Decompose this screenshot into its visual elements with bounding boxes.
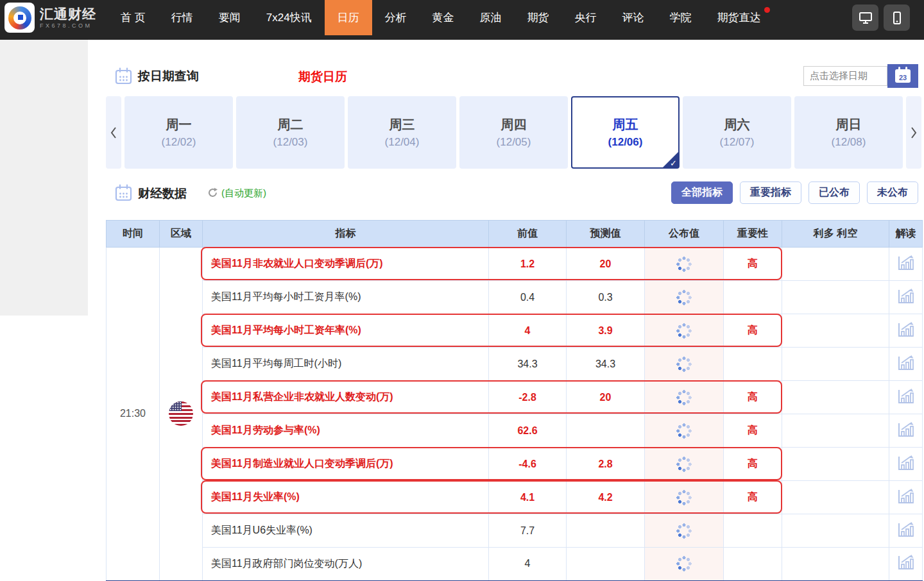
nav-item[interactable]: 要闻 [206, 0, 253, 35]
nav-item[interactable]: 首 页 [108, 0, 158, 35]
nav-item[interactable]: 央行 [562, 0, 610, 35]
week-day-tab[interactable]: 周一 (12/02) ✓ [124, 96, 233, 169]
week-day-tab[interactable]: 周四 (12/05) ✓ [459, 96, 568, 169]
nav-item[interactable]: 学院 [657, 0, 705, 35]
time-cell: 21:30 [107, 248, 160, 581]
interpret-chart-icon[interactable] [897, 488, 915, 505]
nav-item-label: 黄金 [432, 12, 454, 24]
week-day-label: 周二 [278, 115, 304, 134]
bull-bear-cell [782, 348, 889, 381]
week-day-tab[interactable]: 周六 (12/07) ✓ [683, 96, 791, 169]
nav-item[interactable]: 原油 [467, 0, 515, 35]
week-day-label: 周五 [613, 115, 638, 134]
forecast-value [567, 414, 645, 448]
importance-value: 高 [724, 481, 782, 514]
week-day-date: (12/05) [497, 134, 531, 151]
interpret-chart-icon[interactable] [897, 521, 915, 538]
week-day-label: 周一 [166, 115, 192, 134]
week-day-tab[interactable]: 周日 (12/08) ✓ [794, 96, 903, 169]
nav-item[interactable]: 期货直达 [705, 0, 774, 35]
indicator-label: 美国11月制造业就业人口变动季调后(万) [211, 458, 393, 469]
indicator-label: 美国11月平均每周工时(小时) [211, 358, 341, 369]
filter-button[interactable]: 未公布 [867, 181, 918, 204]
bull-bear-cell [782, 514, 889, 548]
interpret-chart-icon[interactable] [897, 388, 915, 405]
table-row: 美国11月U6失业率(%) 7.7 [107, 514, 923, 548]
importance-value [724, 348, 782, 381]
interpret-chart-icon[interactable] [897, 455, 915, 471]
week-day-tab[interactable]: 周五 (12/06) ✓ [571, 96, 680, 169]
nav-item[interactable]: 评论 [610, 0, 657, 35]
column-header: 时间 [107, 221, 160, 248]
interpret-chart-icon[interactable] [897, 255, 915, 271]
interpret-chart-icon[interactable] [897, 421, 915, 438]
column-header: 区域 [160, 221, 203, 248]
importance-value: 高 [724, 314, 782, 348]
column-header: 重要性 [724, 221, 782, 248]
logo-subtitle: FX678.COM [40, 22, 96, 29]
check-icon: ✓ [670, 158, 677, 168]
nav-item-label: 分析 [385, 12, 407, 24]
indicator-label: 美国11月劳动参与率(%) [211, 425, 320, 435]
nav-item-label: 首 页 [121, 12, 146, 24]
loading-spinner-icon [676, 490, 692, 505]
refresh-icon[interactable] [207, 187, 218, 198]
loading-spinner-icon [676, 323, 692, 339]
filter-button[interactable]: 全部指标 [671, 181, 733, 204]
region-cell [160, 248, 203, 581]
filter-buttons: 全部指标重要指标已公布未公布 [671, 181, 918, 204]
indicator-label: 美国11月平均每小时工资月率(%) [211, 291, 361, 302]
main-content: 按日期查询 期货日历 23 周一 (12/02) ✓ 周二 (12/03) ✓ … [106, 40, 922, 581]
prev-week-arrow[interactable] [106, 96, 121, 169]
next-week-arrow[interactable] [906, 96, 921, 169]
loading-spinner-icon [676, 390, 692, 405]
date-picker-input[interactable] [803, 66, 887, 86]
week-day-label: 周四 [501, 115, 527, 134]
interpret-chart-icon[interactable] [897, 321, 915, 338]
filter-button[interactable]: 重要指标 [740, 181, 801, 204]
nav-item[interactable]: 7x24快讯 [253, 0, 325, 35]
auto-update-label: (自动更新) [221, 187, 266, 199]
interpret-chart-icon[interactable] [897, 355, 915, 371]
date-picker-button[interactable]: 23 [887, 64, 918, 88]
nav-item[interactable]: 黄金 [420, 0, 467, 35]
indicator-label: 美国11月非农就业人口变动季调后(万) [211, 258, 383, 269]
data-heading: 财经数据 [138, 185, 187, 202]
week-day-date: (12/03) [273, 134, 308, 151]
us-flag-icon [169, 401, 193, 426]
forecast-value: 34.3 [567, 348, 645, 381]
table-row: 美国11月制造业就业人口变动季调后(万) -4.6 2.8 高 [107, 448, 923, 481]
calendar-icon [115, 67, 132, 85]
week-day-tab[interactable]: 周二 (12/03) ✓ [236, 96, 345, 169]
loading-spinner-icon [676, 257, 692, 272]
bull-bear-cell [782, 248, 889, 281]
nav-item-label: 评论 [622, 12, 644, 24]
bull-bear-cell [782, 314, 889, 348]
left-margin-block [0, 40, 88, 316]
logo-swirl-icon [4, 3, 35, 33]
table-row: 21:30美国11月非农就业人口变动季调后(万) 1.2 20 高 [107, 248, 923, 281]
loading-spinner-icon [676, 290, 692, 305]
week-day-date: (12/07) [720, 134, 755, 151]
forecast-value: 20 [567, 381, 645, 414]
nav-item[interactable]: 行情 [158, 0, 206, 35]
column-header: 利多 利空 [782, 221, 889, 248]
table-row: 美国11月政府部门岗位变动(万人) 4 [107, 548, 923, 581]
query-heading: 按日期查询 [138, 68, 199, 85]
mobile-icon[interactable] [884, 4, 910, 31]
previous-value: -2.8 [489, 381, 567, 414]
week-day-tab[interactable]: 周三 (12/04) ✓ [348, 96, 456, 169]
nav-item[interactable]: 日历 [325, 0, 372, 35]
nav-item-label: 期货直达 [717, 12, 761, 24]
desktop-icon[interactable] [852, 4, 878, 31]
filter-button[interactable]: 已公布 [809, 181, 860, 204]
site-logo[interactable]: 汇通财经 FX678.COM [0, 0, 96, 35]
indicator-label: 美国11月私营企业非农就业人数变动(万) [211, 391, 393, 402]
loading-spinner-icon [676, 556, 692, 571]
nav-item[interactable]: 期货 [515, 0, 562, 35]
interpret-chart-icon[interactable] [897, 288, 915, 305]
importance-value [724, 281, 782, 314]
nav-item[interactable]: 分析 [372, 0, 420, 35]
table-header-row: 时间区域指标前值预测值公布值重要性利多 利空解读 [107, 221, 923, 248]
interpret-chart-icon[interactable] [897, 554, 915, 571]
